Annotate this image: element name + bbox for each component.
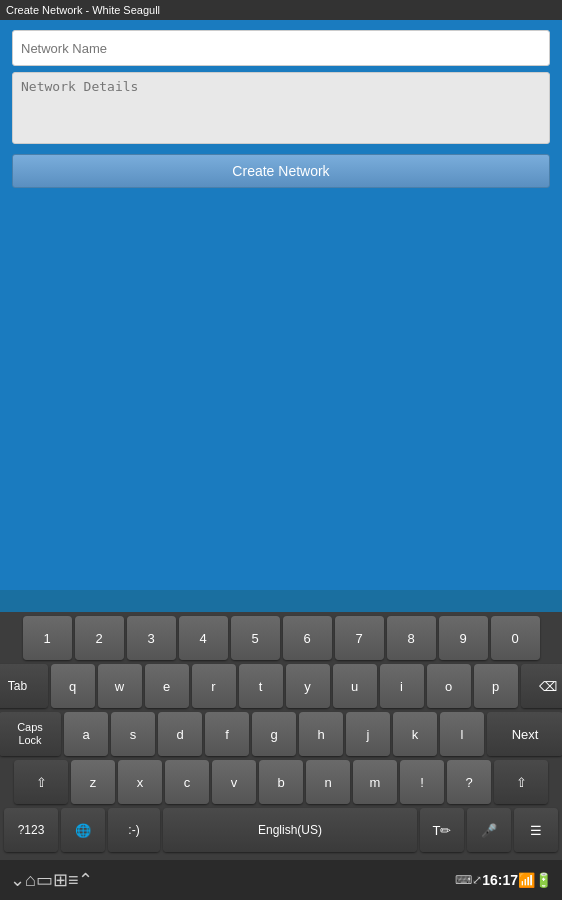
network-name-input[interactable] xyxy=(12,30,550,66)
main-content: Create Network xyxy=(0,20,562,590)
key-f[interactable]: f xyxy=(205,712,249,756)
key-x[interactable]: x xyxy=(118,760,162,804)
key-k[interactable]: k xyxy=(393,712,437,756)
create-network-button[interactable]: Create Network xyxy=(12,154,550,188)
key-2[interactable]: 2 xyxy=(75,616,124,660)
key-q[interactable]: q xyxy=(51,664,95,708)
key-e[interactable]: e xyxy=(145,664,189,708)
key-text-edit[interactable]: T✏ xyxy=(420,808,464,852)
key-v[interactable]: v xyxy=(212,760,256,804)
status-bar: Create Network - White Seagull xyxy=(0,0,562,20)
key-globe[interactable]: 🌐 xyxy=(61,808,105,852)
battery-icon: 🔋 xyxy=(535,872,552,888)
nav-qr-icon[interactable]: ⊞ xyxy=(53,869,68,891)
nav-back-icon[interactable]: ⌄ xyxy=(10,869,25,891)
wifi-icon: 📶 xyxy=(518,872,535,888)
key-b[interactable]: b xyxy=(259,760,303,804)
shift-right-key[interactable]: ⇧ xyxy=(494,760,548,804)
network-details-textarea[interactable] xyxy=(12,72,550,144)
key-u[interactable]: u xyxy=(333,664,377,708)
time-display: 16:17 xyxy=(482,872,518,888)
key-g[interactable]: g xyxy=(252,712,296,756)
key-o[interactable]: o xyxy=(427,664,471,708)
nav-home-icon[interactable]: ⌂ xyxy=(25,870,36,891)
key-5[interactable]: 5 xyxy=(231,616,280,660)
key-j[interactable]: j xyxy=(346,712,390,756)
keyboard: 1 2 3 4 5 6 7 8 9 0 Tab q w e r t y u i … xyxy=(0,612,562,860)
keyboard-row-numbers: 1 2 3 4 5 6 7 8 9 0 xyxy=(4,616,558,660)
key-tab[interactable]: Tab xyxy=(0,664,48,708)
key-4[interactable]: 4 xyxy=(179,616,228,660)
backspace-key[interactable]: ⌫ xyxy=(521,664,563,708)
key-exclaim[interactable]: ! xyxy=(400,760,444,804)
space-key[interactable]: English(US) xyxy=(163,808,417,852)
key-c[interactable]: c xyxy=(165,760,209,804)
key-i[interactable]: i xyxy=(380,664,424,708)
key-microphone[interactable]: 🎤 xyxy=(467,808,511,852)
status-bar-title: Create Network - White Seagull xyxy=(6,4,556,16)
key-num-symbols[interactable]: ?123 xyxy=(4,808,58,852)
key-h[interactable]: h xyxy=(299,712,343,756)
key-t[interactable]: t xyxy=(239,664,283,708)
key-question[interactable]: ? xyxy=(447,760,491,804)
key-0[interactable]: 0 xyxy=(491,616,540,660)
key-l[interactable]: l xyxy=(440,712,484,756)
keyboard-row-qwerty: Tab q w e r t y u i o p ⌫ xyxy=(4,664,558,708)
key-8[interactable]: 8 xyxy=(387,616,436,660)
nav-menu-icon[interactable]: ≡ xyxy=(68,870,79,891)
fullscreen-icon: ⤢ xyxy=(472,873,482,887)
keyboard-icon: ⌨ xyxy=(455,873,472,887)
key-menu[interactable]: ☰ xyxy=(514,808,558,852)
shift-left-key[interactable]: ⇧ xyxy=(14,760,68,804)
next-key[interactable]: Next xyxy=(487,712,562,756)
key-7[interactable]: 7 xyxy=(335,616,384,660)
caps-lock-key[interactable]: CapsLock xyxy=(0,712,61,756)
key-n[interactable]: n xyxy=(306,760,350,804)
key-6[interactable]: 6 xyxy=(283,616,332,660)
key-9[interactable]: 9 xyxy=(439,616,488,660)
nav-bar: ⌄ ⌂ ▭ ⊞ ≡ ⌃ ⌨ ⤢ 16:17 📶 🔋 xyxy=(0,860,562,900)
key-s[interactable]: s xyxy=(111,712,155,756)
nav-recents-icon[interactable]: ▭ xyxy=(36,869,53,891)
keyboard-row-zxcv: ⇧ z x c v b n m ! ? ⇧ xyxy=(4,760,558,804)
key-1[interactable]: 1 xyxy=(23,616,72,660)
keyboard-row-bottom: ?123 🌐 :-) English(US) T✏ 🎤 ☰ xyxy=(4,808,558,852)
key-p[interactable]: p xyxy=(474,664,518,708)
key-smiley[interactable]: :-) xyxy=(108,808,160,852)
keyboard-row-asdf: CapsLock a s d f g h j k l Next xyxy=(4,712,558,756)
key-z[interactable]: z xyxy=(71,760,115,804)
key-m[interactable]: m xyxy=(353,760,397,804)
key-w[interactable]: w xyxy=(98,664,142,708)
nav-expand-icon[interactable]: ⌃ xyxy=(78,869,93,891)
key-d[interactable]: d xyxy=(158,712,202,756)
key-r[interactable]: r xyxy=(192,664,236,708)
key-a[interactable]: a xyxy=(64,712,108,756)
key-y[interactable]: y xyxy=(286,664,330,708)
key-3[interactable]: 3 xyxy=(127,616,176,660)
